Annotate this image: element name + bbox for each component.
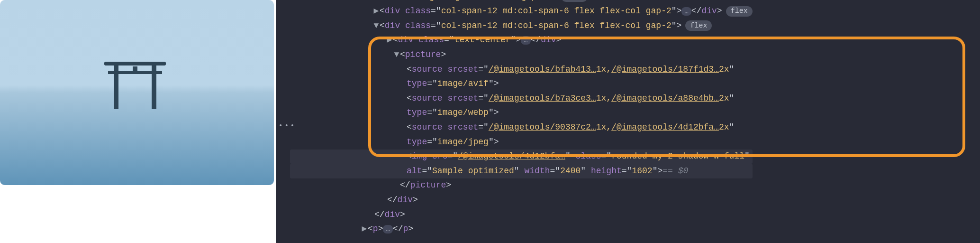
dom-node[interactable]: <source srcset="/@imagetools/bfab413… 1x… (290, 62, 753, 77)
dom-node-close[interactable]: </picture> (290, 178, 753, 193)
srcset-link[interactable]: /@imagetools/bfab413… (489, 64, 596, 75)
srcset-link[interactable]: /@imagetools/187f1d3… (611, 64, 719, 75)
dom-node[interactable]: ▼ <picture> (290, 47, 753, 62)
srcset-link[interactable]: /@imagetools/b7a3ce3… (489, 93, 596, 104)
srcset-link[interactable]: /@imagetools/90387c2… (489, 122, 596, 133)
dom-node-selected-wrap[interactable]: alt="Sample optimized" width="2400" heig… (290, 164, 753, 178)
selected-node-indicator: == $0 (662, 166, 688, 177)
dom-node[interactable]: ▶ <div class="text-center"> … </div> (290, 33, 753, 48)
layout-badge-flex[interactable]: flex (685, 20, 712, 31)
disclosure-triangle-icon[interactable]: ▶ (361, 0, 368, 2)
dom-node-close[interactable]: </div> (290, 207, 753, 222)
ellipsis-icon[interactable]: … (521, 36, 530, 45)
dom-node-selected[interactable]: <img src="/@imagetools/4d12bfa…" class="… (290, 150, 753, 164)
devtools-elements-panel[interactable]: ••• ▶ <div class="grid grid:cols 12 gap … (276, 0, 980, 243)
disclosure-triangle-icon[interactable]: ▶ (373, 6, 380, 17)
disclosure-triangle-icon[interactable]: ▶ (361, 224, 368, 234)
dom-node[interactable]: ▶ <div class="col-span-12 md:col-span-6 … (290, 4, 753, 19)
dom-node-wrap[interactable]: type="image/avif"> (290, 77, 753, 92)
srcset-link[interactable]: /@imagetools/4d12bfa… (611, 122, 719, 133)
disclosure-triangle-icon[interactable]: ▶ (386, 35, 393, 46)
hero-image-column (0, 0, 276, 243)
dom-tree[interactable]: ▶ <div class="grid grid:cols 12 gap 4"> … (290, 0, 753, 236)
hero-image (0, 0, 274, 185)
dom-node[interactable]: <source srcset="/@imagetools/b7a3ce3… 1x… (290, 91, 753, 106)
ellipsis-icon[interactable]: … (681, 7, 691, 16)
srcset-link[interactable]: /@imagetools/a88e4bb… (611, 93, 719, 104)
dom-node[interactable]: ▶ <div class="grid grid:cols 12 gap 4"> … (290, 0, 753, 4)
src-link[interactable]: /@imagetools/4d12bfa… (458, 151, 565, 162)
dom-node-wrap[interactable]: type="image/webp"> (290, 106, 753, 121)
dom-node[interactable]: <source srcset="/@imagetools/90387c2… 1x… (290, 120, 753, 135)
layout-badge-flex[interactable]: flex (726, 6, 753, 17)
dom-node-close[interactable]: </div> (290, 193, 753, 207)
dom-node-wrap[interactable]: type="image/jpeg"> (290, 135, 753, 150)
disclosure-triangle-icon[interactable]: ▼ (393, 49, 400, 60)
dom-node[interactable]: ▶ <p> … </p> (290, 222, 753, 237)
torii-gate-icon (109, 62, 161, 109)
ellipsis-icon[interactable]: … (383, 225, 392, 234)
disclosure-triangle-icon[interactable]: ▼ (373, 20, 380, 31)
layout-badge-grid[interactable]: grid (561, 0, 588, 2)
dom-node[interactable]: ▼ <div class="col-span-12 md:col-span-6 … (290, 19, 753, 33)
